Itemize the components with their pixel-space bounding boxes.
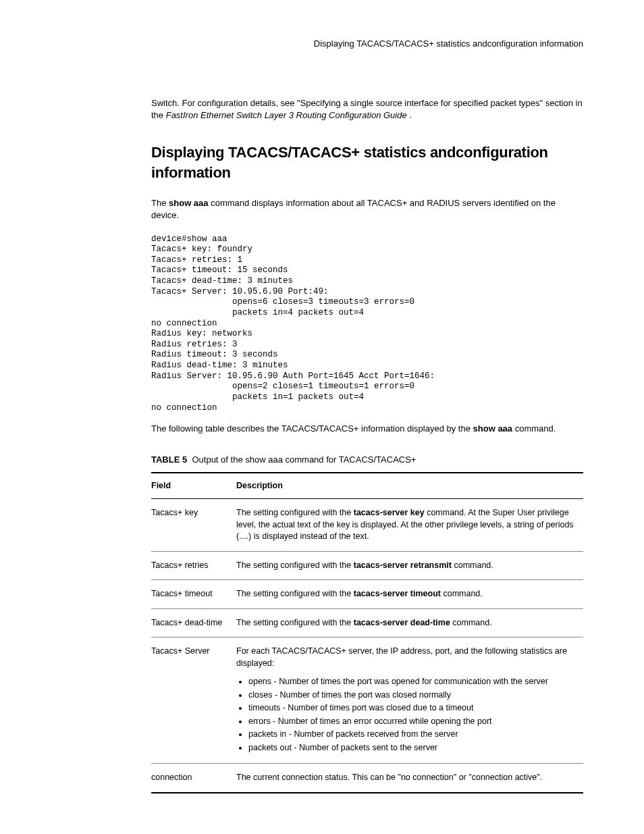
desc-post: command. [450, 618, 492, 627]
table-row: connection The current connection status… [151, 764, 583, 793]
lead-pre: The [151, 198, 169, 208]
lead-paragraph: The show aaa command displays informatio… [61, 197, 583, 221]
intro-paragraph: Switch. For configuration details, see "… [61, 97, 583, 122]
cell-description: For each TACACS/TACACS+ server, the IP a… [236, 637, 583, 764]
table-caption: TABLE 5 Output of the show aaa command f… [61, 454, 583, 466]
server-stats-list: opens - Number of times the port was ope… [236, 676, 578, 754]
cell-field: Tacacs+ retries [151, 551, 236, 580]
lead-command: show aaa [169, 198, 209, 208]
desc-pre: The setting configured with the [236, 618, 354, 627]
list-item: closes - Number of times the port was cl… [248, 689, 578, 702]
cell-description: The setting configured with the tacacs-s… [236, 499, 583, 552]
lead-post: command displays information about all T… [151, 198, 556, 220]
after-code-post: command. [512, 423, 556, 434]
column-header-description: Description [236, 473, 583, 499]
cell-description: The setting configured with the tacacs-s… [236, 608, 583, 637]
list-item: timeouts - Number of times port was clos… [248, 702, 578, 714]
table-row: Tacacs+ key The setting configured with … [151, 499, 583, 552]
desc-pre: The setting configured with the [236, 589, 354, 598]
column-header-field: Field [151, 473, 236, 499]
cell-description: The current connection status. This can … [236, 764, 583, 793]
cell-field: Tacacs+ dead-time [151, 608, 236, 637]
cell-field: Tacacs+ key [151, 499, 236, 552]
table-header-row: Field Description [151, 473, 583, 499]
intro-text-after: . [407, 110, 412, 120]
section-heading: Displaying TACACS/TACACS+ statistics and… [61, 142, 583, 184]
cell-field: Tacacs+ timeout [151, 580, 236, 609]
list-item: errors - Number of times an error occurr… [248, 716, 578, 728]
desc-bold: tacacs-server retransmit [354, 561, 452, 570]
table-row: Tacacs+ timeout The setting configured w… [151, 580, 583, 609]
table-row: Tacacs+ retries The setting configured w… [151, 551, 583, 580]
output-table: Field Description Tacacs+ key The settin… [151, 472, 583, 793]
desc-pre: The setting configured with the [236, 561, 354, 570]
table-label: TABLE 5 [151, 454, 187, 465]
list-item: packets out - Number of packets sent to … [248, 742, 578, 754]
desc-bold: tacacs-server dead-time [354, 618, 450, 627]
cell-field: connection [151, 764, 236, 793]
table-row: Tacacs+ dead-time The setting configured… [151, 608, 583, 637]
intro-doc-title: FastIron Ethernet Switch Layer 3 Routing… [166, 110, 407, 120]
table-intro-paragraph: The following table describes the TACACS… [61, 423, 583, 435]
cell-description: The setting configured with the tacacs-s… [236, 580, 583, 609]
cell-description: The setting configured with the tacacs-s… [236, 551, 583, 580]
code-output: device#show aaa Tacacs+ key: foundry Tac… [151, 234, 583, 414]
server-intro: For each TACACS/TACACS+ server, the IP a… [236, 646, 578, 669]
desc-pre: The setting configured with the [236, 508, 354, 517]
list-item: packets in - Number of packets received … [248, 729, 578, 741]
list-item: opens - Number of times the port was ope… [248, 676, 578, 688]
desc-post: command. [441, 589, 483, 598]
desc-bold: tacacs-server timeout [354, 589, 441, 598]
table-title: Output of the show aaa command for TACAC… [192, 454, 416, 465]
desc-bold: tacacs-server key [354, 508, 425, 517]
cell-field: Tacacs+ Server [151, 637, 236, 764]
after-code-pre: The following table describes the TACACS… [151, 423, 473, 434]
table-row: Tacacs+ Server For each TACACS/TACACS+ s… [151, 637, 583, 764]
after-code-cmd: show aaa [473, 423, 513, 434]
desc-post: command. [452, 561, 493, 570]
running-header: Displaying TACACS/TACACS+ statistics and… [61, 38, 583, 50]
